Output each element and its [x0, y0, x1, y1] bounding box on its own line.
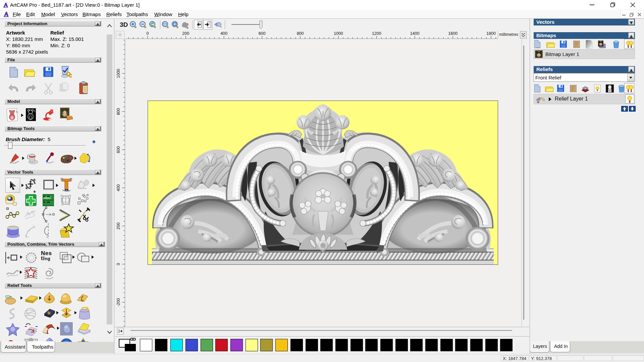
svg-text:600: 600	[259, 31, 266, 36]
svg-text:1000: 1000	[334, 31, 343, 36]
svg-text:200: 200	[116, 223, 121, 230]
svg-text:800: 800	[297, 31, 304, 36]
svg-text:400: 400	[116, 184, 121, 191]
svg-text:400: 400	[220, 31, 227, 36]
svg-text:1800: 1800	[486, 31, 496, 36]
svg-text:0: 0	[116, 263, 121, 265]
svg-text:1600: 1600	[448, 31, 458, 36]
svg-text:1200: 1200	[372, 31, 381, 36]
svg-text:1400: 1400	[410, 31, 420, 36]
svg-text:600: 600	[116, 146, 121, 153]
svg-text:0: 0	[147, 31, 149, 36]
svg-text:-200: -200	[116, 298, 121, 306]
svg-text:200: 200	[182, 31, 189, 36]
svg-text:1000: 1000	[116, 69, 121, 78]
svg-text:800: 800	[116, 108, 121, 115]
